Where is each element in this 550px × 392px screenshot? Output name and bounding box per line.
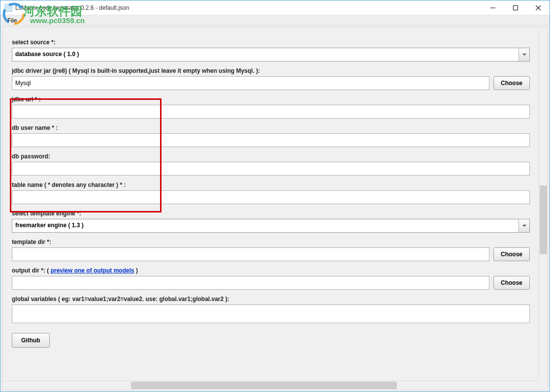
horizontal-scroll-thumb[interactable] xyxy=(131,382,397,389)
output-dir-input[interactable] xyxy=(12,276,489,290)
content-area: select source *: database source ( 1.0 )… xyxy=(1,27,549,391)
vertical-scrollbar[interactable] xyxy=(539,28,547,380)
label-output-dir-post: ) xyxy=(134,267,138,274)
field-db-password: db password: xyxy=(12,153,530,176)
label-select-source: select source *: xyxy=(12,39,530,46)
jdbc-driver-input[interactable] xyxy=(12,76,489,90)
field-global-vars: global variables ( eg: var1=value1;var2=… xyxy=(12,296,530,323)
titlebar: LcMatrix code generator 0.2.6 - default.… xyxy=(0,0,550,15)
window-title: LcMatrix code generator 0.2.6 - default.… xyxy=(15,4,129,11)
label-table-name: table name ( * denotes any character ) *… xyxy=(12,181,530,188)
label-global-vars: global variables ( eg: var1=value1;var2=… xyxy=(12,296,530,302)
select-source-arrow[interactable] xyxy=(518,48,529,61)
app-icon xyxy=(4,4,12,12)
db-password-input[interactable] xyxy=(12,162,530,176)
close-button[interactable] xyxy=(527,0,550,15)
label-jdbc-url: jdbc url * : xyxy=(12,96,530,103)
select-engine-dropdown[interactable]: freemarker engine ( 1.3 ) xyxy=(12,219,530,233)
label-output-dir: output dir *: ( preview one of output mo… xyxy=(12,267,530,274)
select-source-dropdown[interactable]: database source ( 1.0 ) xyxy=(12,48,530,61)
svg-rect-3 xyxy=(514,5,518,10)
vertical-scroll-thumb[interactable] xyxy=(540,185,547,254)
svg-rect-1 xyxy=(6,5,11,10)
menubar: File xyxy=(0,15,550,26)
field-jdbc-url: jdbc url * : xyxy=(12,96,530,119)
field-output-dir: output dir *: ( preview one of output mo… xyxy=(12,267,530,290)
minimize-icon xyxy=(490,5,495,10)
form-panel: select source *: database source ( 1.0 )… xyxy=(3,28,539,381)
svg-marker-6 xyxy=(522,54,526,56)
choose-jdbc-driver-button[interactable]: Choose xyxy=(493,76,530,90)
chevron-down-icon xyxy=(522,225,526,227)
select-engine-value: freemarker engine ( 1.3 ) xyxy=(12,219,530,233)
maximize-button[interactable] xyxy=(504,0,527,15)
maximize-icon xyxy=(513,5,518,10)
app-window: LcMatrix code generator 0.2.6 - default.… xyxy=(0,0,550,392)
field-select-engine: select template engine *: freemarker eng… xyxy=(12,210,530,233)
table-name-input[interactable] xyxy=(12,190,530,204)
field-db-user: db user name * : xyxy=(12,124,530,147)
field-select-source: select source *: database source ( 1.0 ) xyxy=(12,39,530,61)
horizontal-scrollbar[interactable] xyxy=(3,381,539,389)
menu-file[interactable]: File xyxy=(3,16,21,25)
minimize-button[interactable] xyxy=(482,0,504,15)
global-vars-input[interactable] xyxy=(12,304,530,323)
db-user-input[interactable] xyxy=(12,133,530,147)
label-jdbc-driver: jdbc driver jar (jre8) ( Mysql is built-… xyxy=(12,67,530,74)
field-table-name: table name ( * denotes any character ) *… xyxy=(12,181,530,204)
choose-output-dir-button[interactable]: Choose xyxy=(493,276,530,290)
svg-marker-7 xyxy=(522,225,526,227)
chevron-down-icon xyxy=(522,54,526,56)
label-template-dir: template dir *: xyxy=(12,239,530,245)
github-button[interactable]: Github xyxy=(12,333,50,348)
select-source-value: database source ( 1.0 ) xyxy=(12,48,530,61)
jdbc-url-input[interactable] xyxy=(12,105,530,119)
label-db-password: db password: xyxy=(12,153,530,160)
close-icon xyxy=(536,5,541,10)
select-engine-arrow[interactable] xyxy=(518,219,529,232)
label-output-dir-pre: output dir *: ( xyxy=(12,267,51,274)
preview-output-link[interactable]: preview one of output models xyxy=(51,267,134,274)
field-jdbc-driver: jdbc driver jar (jre8) ( Mysql is built-… xyxy=(12,67,530,90)
label-db-user: db user name * : xyxy=(12,124,530,131)
choose-template-dir-button[interactable]: Choose xyxy=(493,247,530,261)
template-dir-input[interactable] xyxy=(12,247,489,261)
field-template-dir: template dir *: Choose xyxy=(12,239,530,261)
label-select-engine: select template engine *: xyxy=(12,210,530,217)
